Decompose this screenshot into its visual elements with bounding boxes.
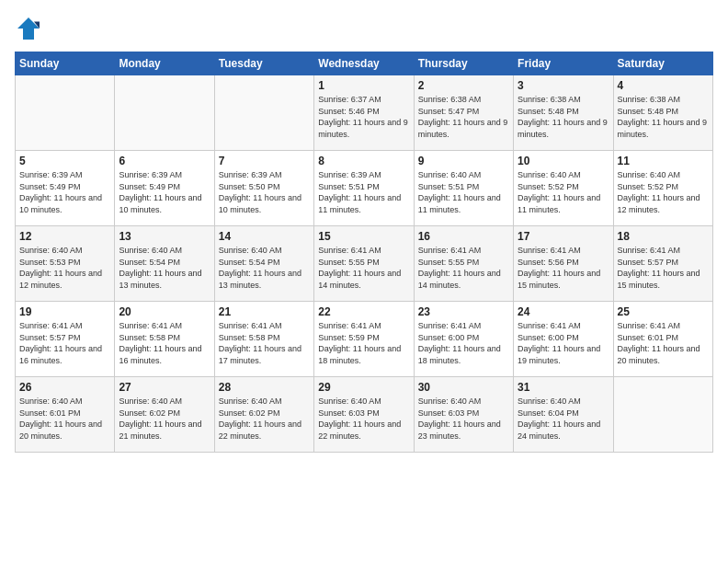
day-number: 15 xyxy=(318,230,409,243)
day-info: Sunrise: 6:41 AM Sunset: 6:00 PM Dayligh… xyxy=(518,320,609,366)
day-info: Sunrise: 6:40 AM Sunset: 6:02 PM Dayligh… xyxy=(119,396,210,442)
day-info: Sunrise: 6:40 AM Sunset: 6:03 PM Dayligh… xyxy=(418,396,509,442)
calendar-body: 1Sunrise: 6:37 AM Sunset: 5:46 PM Daylig… xyxy=(16,75,713,453)
calendar-cell: 4Sunrise: 6:38 AM Sunset: 5:48 PM Daylig… xyxy=(613,75,712,151)
header-wednesday: Wednesday xyxy=(314,52,414,75)
day-number: 22 xyxy=(318,305,409,318)
day-info: Sunrise: 6:41 AM Sunset: 5:56 PM Dayligh… xyxy=(518,245,609,291)
header-monday: Monday xyxy=(115,52,214,75)
day-info: Sunrise: 6:40 AM Sunset: 5:52 PM Dayligh… xyxy=(518,169,609,215)
day-info: Sunrise: 6:40 AM Sunset: 6:02 PM Dayligh… xyxy=(219,396,310,442)
header-friday: Friday xyxy=(514,52,613,75)
calendar-cell: 21Sunrise: 6:41 AM Sunset: 5:58 PM Dayli… xyxy=(214,302,313,377)
day-info: Sunrise: 6:41 AM Sunset: 6:01 PM Dayligh… xyxy=(618,320,709,366)
calendar-cell: 3Sunrise: 6:38 AM Sunset: 5:48 PM Daylig… xyxy=(514,75,613,151)
day-number: 31 xyxy=(518,381,609,394)
calendar-cell: 26Sunrise: 6:40 AM Sunset: 6:01 PM Dayli… xyxy=(16,377,115,453)
day-number: 4 xyxy=(618,79,709,92)
day-number: 16 xyxy=(418,230,509,243)
calendar-cell: 15Sunrise: 6:41 AM Sunset: 5:55 PM Dayli… xyxy=(314,226,414,302)
day-info: Sunrise: 6:41 AM Sunset: 5:58 PM Dayligh… xyxy=(219,320,310,366)
day-info: Sunrise: 6:39 AM Sunset: 5:50 PM Dayligh… xyxy=(219,169,310,215)
calendar-cell xyxy=(214,75,313,151)
page: Sunday Monday Tuesday Wednesday Thursday… xyxy=(0,0,728,563)
day-info: Sunrise: 6:40 AM Sunset: 6:04 PM Dayligh… xyxy=(518,396,609,442)
day-number: 12 xyxy=(19,230,110,243)
day-info: Sunrise: 6:40 AM Sunset: 5:52 PM Dayligh… xyxy=(618,169,709,215)
day-info: Sunrise: 6:40 AM Sunset: 5:54 PM Dayligh… xyxy=(219,245,310,291)
day-info: Sunrise: 6:39 AM Sunset: 5:51 PM Dayligh… xyxy=(318,169,409,215)
calendar-cell: 14Sunrise: 6:40 AM Sunset: 5:54 PM Dayli… xyxy=(214,226,313,302)
header-tuesday: Tuesday xyxy=(214,52,313,75)
day-number: 13 xyxy=(119,230,210,243)
day-number: 9 xyxy=(418,155,509,167)
day-number: 23 xyxy=(418,305,509,318)
calendar-week-row: 12Sunrise: 6:40 AM Sunset: 5:53 PM Dayli… xyxy=(16,226,713,302)
calendar-cell: 16Sunrise: 6:41 AM Sunset: 5:55 PM Dayli… xyxy=(414,226,513,302)
calendar-cell xyxy=(16,75,115,151)
calendar-header: Sunday Monday Tuesday Wednesday Thursday… xyxy=(16,52,713,75)
day-info: Sunrise: 6:40 AM Sunset: 5:54 PM Dayligh… xyxy=(119,245,210,291)
calendar-week-row: 5Sunrise: 6:39 AM Sunset: 5:49 PM Daylig… xyxy=(16,151,713,226)
calendar-cell: 22Sunrise: 6:41 AM Sunset: 5:59 PM Dayli… xyxy=(314,302,414,377)
day-number: 25 xyxy=(618,305,709,318)
calendar-cell: 30Sunrise: 6:40 AM Sunset: 6:03 PM Dayli… xyxy=(414,377,513,453)
day-info: Sunrise: 6:40 AM Sunset: 5:53 PM Dayligh… xyxy=(19,245,110,291)
calendar-cell: 9Sunrise: 6:40 AM Sunset: 5:51 PM Daylig… xyxy=(414,151,513,226)
calendar-cell: 10Sunrise: 6:40 AM Sunset: 5:52 PM Dayli… xyxy=(514,151,613,226)
calendar-cell: 11Sunrise: 6:40 AM Sunset: 5:52 PM Dayli… xyxy=(613,151,712,226)
day-number: 30 xyxy=(418,381,509,394)
day-number: 8 xyxy=(318,155,409,167)
day-number: 1 xyxy=(318,79,409,92)
day-info: Sunrise: 6:40 AM Sunset: 5:51 PM Dayligh… xyxy=(418,169,509,215)
calendar-cell: 18Sunrise: 6:41 AM Sunset: 5:57 PM Dayli… xyxy=(613,226,712,302)
logo xyxy=(15,15,46,42)
day-number: 10 xyxy=(518,155,609,167)
header-sunday: Sunday xyxy=(16,52,115,75)
calendar-cell: 7Sunrise: 6:39 AM Sunset: 5:50 PM Daylig… xyxy=(214,151,313,226)
day-number: 28 xyxy=(219,381,310,394)
day-info: Sunrise: 6:41 AM Sunset: 5:59 PM Dayligh… xyxy=(318,320,409,366)
day-info: Sunrise: 6:38 AM Sunset: 5:48 PM Dayligh… xyxy=(518,94,609,140)
calendar-cell: 31Sunrise: 6:40 AM Sunset: 6:04 PM Dayli… xyxy=(514,377,613,453)
day-info: Sunrise: 6:38 AM Sunset: 5:47 PM Dayligh… xyxy=(418,94,509,140)
day-number: 14 xyxy=(219,230,310,243)
day-number: 19 xyxy=(19,305,110,318)
calendar-header-row: Sunday Monday Tuesday Wednesday Thursday… xyxy=(16,52,713,75)
day-number: 7 xyxy=(219,155,310,167)
header xyxy=(15,15,713,42)
day-number: 24 xyxy=(518,305,609,318)
calendar-cell: 13Sunrise: 6:40 AM Sunset: 5:54 PM Dayli… xyxy=(115,226,214,302)
calendar-cell: 19Sunrise: 6:41 AM Sunset: 5:57 PM Dayli… xyxy=(16,302,115,377)
calendar-cell: 24Sunrise: 6:41 AM Sunset: 6:00 PM Dayli… xyxy=(514,302,613,377)
calendar-cell: 27Sunrise: 6:40 AM Sunset: 6:02 PM Dayli… xyxy=(115,377,214,453)
day-number: 2 xyxy=(418,79,509,92)
calendar-cell: 20Sunrise: 6:41 AM Sunset: 5:58 PM Dayli… xyxy=(115,302,214,377)
calendar-week-row: 19Sunrise: 6:41 AM Sunset: 5:57 PM Dayli… xyxy=(16,302,713,377)
day-number: 11 xyxy=(618,155,709,167)
day-number: 20 xyxy=(119,305,210,318)
calendar-cell: 12Sunrise: 6:40 AM Sunset: 5:53 PM Dayli… xyxy=(16,226,115,302)
day-info: Sunrise: 6:39 AM Sunset: 5:49 PM Dayligh… xyxy=(19,169,110,215)
day-info: Sunrise: 6:41 AM Sunset: 5:55 PM Dayligh… xyxy=(318,245,409,291)
day-info: Sunrise: 6:38 AM Sunset: 5:48 PM Dayligh… xyxy=(618,94,709,140)
calendar-cell: 1Sunrise: 6:37 AM Sunset: 5:46 PM Daylig… xyxy=(314,75,414,151)
calendar-cell: 17Sunrise: 6:41 AM Sunset: 5:56 PM Dayli… xyxy=(514,226,613,302)
day-info: Sunrise: 6:40 AM Sunset: 6:01 PM Dayligh… xyxy=(19,396,110,442)
day-number: 18 xyxy=(618,230,709,243)
header-thursday: Thursday xyxy=(414,52,513,75)
day-number: 17 xyxy=(518,230,609,243)
calendar-week-row: 1Sunrise: 6:37 AM Sunset: 5:46 PM Daylig… xyxy=(16,75,713,151)
day-info: Sunrise: 6:40 AM Sunset: 6:03 PM Dayligh… xyxy=(318,396,409,442)
calendar-cell: 23Sunrise: 6:41 AM Sunset: 6:00 PM Dayli… xyxy=(414,302,513,377)
calendar-cell: 2Sunrise: 6:38 AM Sunset: 5:47 PM Daylig… xyxy=(414,75,513,151)
day-info: Sunrise: 6:37 AM Sunset: 5:46 PM Dayligh… xyxy=(318,94,409,140)
day-number: 5 xyxy=(19,155,110,167)
day-info: Sunrise: 6:41 AM Sunset: 6:00 PM Dayligh… xyxy=(418,320,509,366)
day-number: 21 xyxy=(219,305,310,318)
day-number: 27 xyxy=(119,381,210,394)
calendar-table: Sunday Monday Tuesday Wednesday Thursday… xyxy=(15,52,713,453)
day-number: 6 xyxy=(119,155,210,167)
day-info: Sunrise: 6:41 AM Sunset: 5:55 PM Dayligh… xyxy=(418,245,509,291)
svg-marker-0 xyxy=(17,17,40,40)
